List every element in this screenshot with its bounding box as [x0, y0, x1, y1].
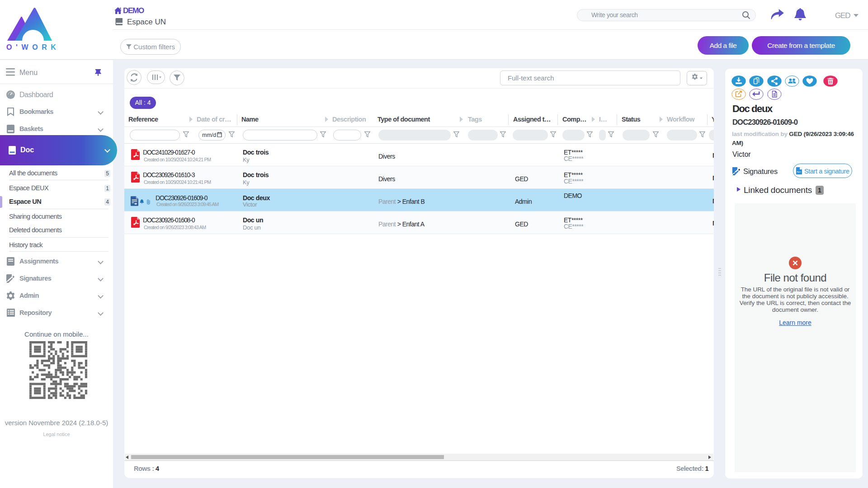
svg-text:w: w [134, 202, 137, 205]
svg-text:O'WORK: O'WORK [6, 43, 58, 51]
